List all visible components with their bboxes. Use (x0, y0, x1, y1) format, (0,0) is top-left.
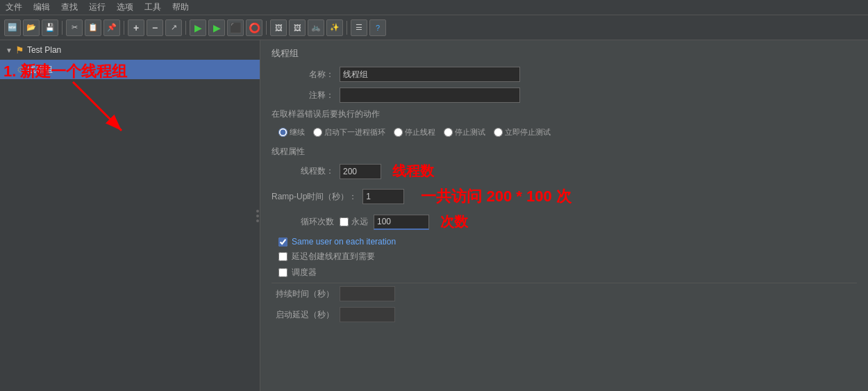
duration-row: 持续时间（秒） (272, 286, 857, 301)
img2-button[interactable]: 🖼 (289, 19, 306, 36)
scheduler-checkbox[interactable] (278, 268, 287, 277)
same-user-label: Same user on each iteration (292, 237, 396, 247)
bike-button[interactable]: 🚲 (308, 19, 324, 36)
minus-button[interactable]: − (147, 19, 163, 36)
radio-stop-now-input[interactable] (494, 128, 503, 137)
help-button[interactable]: ? (369, 19, 386, 36)
radio-next-loop-input[interactable] (313, 128, 322, 137)
loop-count-input[interactable] (374, 215, 429, 230)
copy-button[interactable]: 📋 (85, 19, 101, 36)
add-button[interactable]: + (128, 19, 144, 36)
menubar: 文件 编辑 查找 运行 选项 工具 帮助 (0, 0, 868, 15)
save-button[interactable]: 💾 (42, 19, 58, 36)
scheduler-row: 调度器 (278, 267, 857, 278)
comment-row: 注释： (272, 88, 857, 103)
radio-stop-test-input[interactable] (444, 128, 453, 137)
error-action-label: 在取样器错误后要执行的动作 (272, 108, 857, 120)
radio-stop-test[interactable]: 停止测试 (444, 127, 485, 138)
test-plan-icon: ⚑ (15, 44, 24, 56)
loop-count-label: 循环次数 (272, 216, 334, 228)
separator (272, 283, 857, 283)
ramp-up-row: Ramp-Up时间（秒）： 一共访问 200 * 100 次 (272, 186, 857, 207)
sep3 (185, 21, 186, 35)
radio-continue-label: 继续 (290, 127, 305, 138)
start-delay-label: 启动延迟（秒） (272, 309, 334, 321)
thread-group-label: 线程组 (28, 64, 53, 76)
delay-create-label: 延迟创建线程直到需要 (292, 251, 375, 263)
radio-stop-now[interactable]: 立即停止测试 (494, 127, 551, 138)
expand-icon: ▼ (6, 47, 12, 54)
cut-button[interactable]: ✂ (66, 19, 83, 36)
panel-title: 线程组 (272, 47, 857, 60)
radio-next-loop[interactable]: 启动下一进程循环 (313, 127, 385, 138)
svg-line-1 (73, 82, 122, 131)
loop-forever-row: 永远 (340, 216, 368, 228)
radio-stop-thread-input[interactable] (394, 128, 403, 137)
radio-group-error-action: 继续 启动下一进程循环 停止线程 停止测试 立即停止测试 (278, 124, 857, 140)
sep1 (62, 21, 62, 35)
ramp-up-input[interactable] (362, 189, 404, 204)
left-panel: ▼ ⚑ Test Plan ⚙ 线程组 1. 新建一个线程组 (0, 40, 260, 391)
radio-stop-now-label: 立即停止测试 (505, 127, 551, 138)
radio-stop-test-label: 停止测试 (455, 127, 485, 138)
comment-input[interactable] (340, 88, 520, 103)
thread-count-row: 线程数： 线程数 (272, 162, 857, 181)
annotation-arrow (45, 75, 184, 158)
open-button[interactable]: 📂 (23, 19, 40, 36)
play2-button[interactable]: ▶ (208, 19, 225, 36)
comment-label: 注释： (272, 90, 334, 101)
scheduler-label: 调度器 (292, 267, 317, 278)
menu-run[interactable]: 运行 (86, 1, 108, 13)
resize-dot (256, 219, 259, 222)
loop-forever-label: 永远 (351, 216, 368, 228)
stop2-button[interactable]: ⭕ (246, 19, 262, 36)
resize-dot (256, 210, 259, 213)
menu-edit[interactable]: 编辑 (31, 1, 53, 13)
tree-item-test-plan[interactable]: ▼ ⚑ Test Plan (0, 40, 260, 60)
sep4 (266, 21, 267, 35)
menu-help[interactable]: 帮助 (169, 1, 192, 13)
delay-create-checkbox[interactable] (278, 252, 287, 261)
arrow-button[interactable]: ↗ (165, 19, 182, 36)
same-user-row: Same user on each iteration (278, 237, 857, 247)
start-delay-input[interactable] (340, 307, 395, 322)
radio-next-loop-label: 启动下一进程循环 (324, 127, 385, 138)
right-panel: 线程组 名称： 注释： 在取样器错误后要执行的动作 继续 启动下一进程循环 (260, 40, 868, 391)
radio-continue[interactable]: 继续 (278, 127, 305, 138)
menu-file[interactable]: 文件 (3, 1, 25, 13)
paste-button[interactable]: 📌 (103, 19, 120, 36)
menu-find[interactable]: 查找 (58, 1, 81, 13)
error-action-section: 在取样器错误后要执行的动作 继续 启动下一进程循环 停止线程 停止测试 (272, 108, 857, 140)
radio-stop-thread[interactable]: 停止线程 (394, 127, 435, 138)
menu-tools[interactable]: 工具 (142, 1, 164, 13)
menu-options[interactable]: 选项 (114, 1, 136, 13)
name-input[interactable] (340, 67, 520, 82)
loop-count-row: 循环次数 永远 次数 (272, 213, 857, 231)
ramp-up-annotation: 一共访问 200 * 100 次 (421, 186, 571, 207)
loop-count-annotation: 次数 (440, 213, 468, 231)
loop-forever-checkbox[interactable] (340, 217, 349, 226)
list-button[interactable]: ☰ (351, 19, 367, 36)
start-delay-row: 启动延迟（秒） (272, 307, 857, 322)
resize-dot (256, 215, 259, 217)
name-label: 名称： (272, 69, 334, 81)
tree-item-thread-group[interactable]: ⚙ 线程组 (0, 60, 260, 79)
toolbar: 🆕 📂 💾 ✂ 📋 📌 + − ↗ ▶ ▶ ⬛ ⭕ 🖼 🖼 🚲 ✨ ☰ ? (0, 15, 868, 40)
stop-button[interactable]: ⬛ (227, 19, 244, 36)
radio-stop-thread-label: 停止线程 (405, 127, 435, 138)
test-plan-label: Test Plan (27, 45, 61, 55)
thread-count-label: 线程数： (272, 165, 334, 177)
wand-button[interactable]: ✨ (326, 19, 343, 36)
thread-properties-section: 线程属性 线程数： 线程数 Ramp-Up时间（秒）： 一共访问 200 * 1… (272, 146, 857, 322)
play-button[interactable]: ▶ (190, 19, 206, 36)
radio-continue-input[interactable] (278, 128, 287, 137)
img1-button[interactable]: 🖼 (270, 19, 287, 36)
duration-input[interactable] (340, 286, 395, 301)
name-row: 名称： (272, 67, 857, 82)
main-layout: ▼ ⚑ Test Plan ⚙ 线程组 1. 新建一个线程组 (0, 40, 868, 391)
ramp-up-label: Ramp-Up时间（秒）： (272, 191, 357, 203)
thread-count-input[interactable] (340, 164, 381, 179)
new-button[interactable]: 🆕 (4, 19, 21, 36)
same-user-checkbox[interactable] (278, 238, 287, 247)
thread-count-annotation: 线程数 (392, 162, 434, 181)
